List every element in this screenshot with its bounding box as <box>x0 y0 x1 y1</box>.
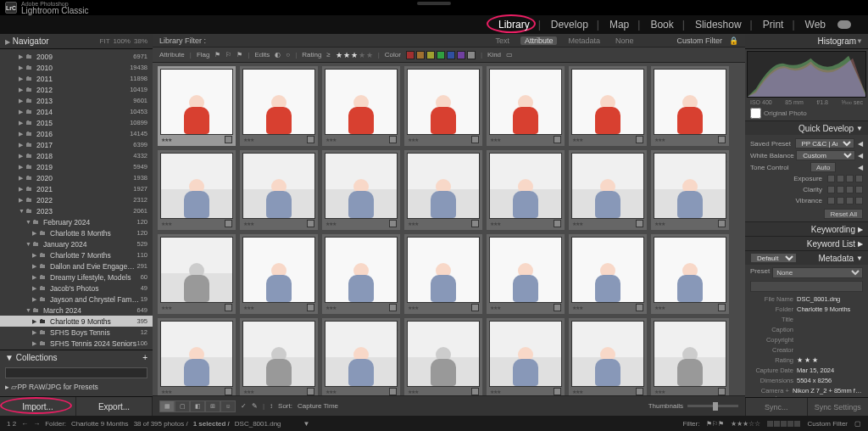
folder-row[interactable]: ▶🖿201510899 <box>0 117 153 128</box>
folder-row[interactable]: ▶🖿20222312 <box>0 194 153 205</box>
painter-icon2[interactable]: ✎ <box>252 402 258 410</box>
thumbnail-cell[interactable]: 21★★★ <box>651 234 729 314</box>
thumbnail-cell[interactable]: 1★★★ <box>158 66 236 146</box>
sync-button[interactable]: Sync... <box>745 398 807 416</box>
folder-row[interactable]: ▶🖿20176399 <box>0 139 153 150</box>
thumbnail-cell[interactable]: 16★★★ <box>240 234 318 314</box>
folder-row[interactable]: ▶🖿20195949 <box>0 161 153 172</box>
thumbnail-cell[interactable]: 23★★★ <box>240 318 318 395</box>
painter-icon[interactable]: ✓ <box>241 402 247 410</box>
cloud-sync-icon[interactable] <box>837 20 851 29</box>
color-label-swatch[interactable] <box>437 51 445 59</box>
thumbnail-cell[interactable]: 9★★★ <box>240 150 318 230</box>
folder-row[interactable]: ▼🖿January 2024529 <box>0 238 153 249</box>
folder-row[interactable]: ▶🖿Charlotte 9 Months395 <box>0 316 153 327</box>
collections-search[interactable] <box>5 367 147 378</box>
kind-icon[interactable]: ▭ <box>506 51 513 59</box>
wb-select[interactable]: Custom <box>796 150 855 160</box>
module-map[interactable]: Map <box>604 19 645 31</box>
thumbnail-cell[interactable]: 18★★★ <box>404 234 482 314</box>
reset-all-button[interactable]: Reset All <box>824 209 863 219</box>
folder-row[interactable]: ▶🖿20139601 <box>0 95 153 106</box>
folder-row[interactable]: ▶🖿201210419 <box>0 84 153 95</box>
filter-tab-metadata[interactable]: Metadata <box>564 36 604 45</box>
folder-tree[interactable]: ▶🖿20096971▶🖿201019438▶🖿201111898▶🖿201210… <box>0 49 153 350</box>
folder-row[interactable]: ▼🖿March 2024649 <box>0 305 153 316</box>
thumbnail-cell[interactable]: 12★★★ <box>487 150 565 230</box>
sort-by[interactable]: Capture Time <box>298 402 338 410</box>
folder-row[interactable]: ▶🖿201019438 <box>0 62 153 73</box>
keywording-header[interactable]: Keywording▶ <box>745 222 868 236</box>
import-button[interactable]: Import... <box>0 397 76 416</box>
navigator-header[interactable]: ▶ Navigator FIT 100% 38% <box>0 34 153 49</box>
thumbnail-cell[interactable]: 11★★★ <box>404 150 482 230</box>
rating-stars[interactable]: ★★★★★ <box>336 51 373 59</box>
thumbnail-cell[interactable]: 10★★★ <box>322 150 400 230</box>
module-web[interactable]: Web <box>800 19 831 31</box>
quick-develop-header[interactable]: Quick Develop▼ <box>745 121 868 135</box>
folder-row[interactable]: ▶🖿Jayson and Chrystel Family 202419 <box>0 294 153 305</box>
color-label-swatch[interactable] <box>447 51 455 59</box>
metadata-search[interactable] <box>750 281 863 292</box>
folder-row[interactable]: ▶🖿20201938 <box>0 172 153 183</box>
folder-row[interactable]: ▶🖿SFHS Tennis 2024 Seniors106 <box>0 338 153 349</box>
flag-rejected-icon[interactable]: ⚑ <box>236 51 242 59</box>
sb-flag-icon[interactable]: ⚑⚐⚑ <box>706 420 724 428</box>
thumbnail-cell[interactable]: 13★★★ <box>569 150 647 230</box>
color-label-swatch[interactable] <box>426 51 435 59</box>
folder-row[interactable]: ▼🖿20232061 <box>0 205 153 216</box>
back-icon[interactable]: ← <box>21 420 28 428</box>
histogram-header[interactable]: Histogram ▼ <box>745 34 868 49</box>
folder-row[interactable]: ▶🖿201410453 <box>0 106 153 117</box>
edits-icon[interactable]: ◐ <box>275 51 281 59</box>
folder-row[interactable]: ▶🖿Dallon and Evie Engagements291 <box>0 260 153 271</box>
module-book[interactable]: Book <box>645 19 689 31</box>
thumbnail-cell[interactable]: 25★★★ <box>404 318 482 395</box>
thumbnail-cell[interactable]: 3★★★ <box>322 66 400 146</box>
color-label-swatch[interactable] <box>406 51 415 59</box>
folder-row[interactable]: ▶🖿201614145 <box>0 128 153 139</box>
forward-icon[interactable]: → <box>33 420 40 428</box>
folder-row[interactable]: ▼🖿February 2024120 <box>0 216 153 227</box>
export-button[interactable]: Export... <box>76 397 153 416</box>
thumbnail-cell[interactable]: 8★★★ <box>158 150 236 230</box>
thumbnail-cell[interactable]: 28★★★ <box>651 318 729 395</box>
color-label-swatch[interactable] <box>416 51 425 59</box>
original-photo-checkbox[interactable] <box>750 108 761 119</box>
thumbnail-grid[interactable]: 1★★★2★★★3★★★4★★★5★★★6★★★7★★★8★★★9★★★10★★… <box>153 63 745 395</box>
unedits-icon[interactable]: ○ <box>286 51 290 59</box>
thumbnail-cell[interactable]: 26★★★ <box>487 318 565 395</box>
filter-tab-text[interactable]: Text <box>491 36 514 45</box>
filter-tab-attribute[interactable]: Attribute <box>520 36 558 45</box>
collections-header[interactable]: ▼ Collections + <box>0 350 153 364</box>
sb-labels[interactable] <box>767 421 800 427</box>
flag-picked-icon[interactable]: ⚑ <box>214 51 220 59</box>
module-library[interactable]: Library <box>493 19 546 31</box>
folder-row[interactable]: ▶🖿SFHS Boys Tennis12 <box>0 327 153 338</box>
histogram[interactable] <box>747 51 866 98</box>
folder-row[interactable]: ▶🖿20184332 <box>0 150 153 161</box>
thumbnail-cell[interactable]: 14★★★ <box>651 150 729 230</box>
thumbnail-size-slider[interactable] <box>687 405 738 407</box>
thumbnail-cell[interactable]: 24★★★ <box>322 318 400 395</box>
thumbnail-cell[interactable]: 6★★★ <box>569 66 647 146</box>
thumbnail-cell[interactable]: 17★★★ <box>322 234 400 314</box>
color-label-swatch[interactable] <box>457 51 465 59</box>
thumbnail-cell[interactable]: 5★★★ <box>487 66 565 146</box>
thumbnail-cell[interactable]: 19★★★ <box>487 234 565 314</box>
sync-settings-button[interactable]: Sync Settings <box>807 398 869 416</box>
folder-row[interactable]: ▶🖿20096971 <box>0 51 153 62</box>
color-labels[interactable] <box>406 51 476 59</box>
metadata-mode-select[interactable]: Default <box>750 253 797 263</box>
keywordlist-header[interactable]: Keyword List▶ <box>745 237 868 250</box>
folder-row[interactable]: ▶🖿Dreamy Lifestyle, Models60 <box>0 271 153 283</box>
metadata-preset-select[interactable]: None <box>772 267 863 278</box>
filter-lock-icon[interactable]: 🔒 <box>729 36 738 45</box>
flag-unflagged-icon[interactable]: ⚐ <box>225 51 231 59</box>
thumbnail-cell[interactable]: 4★★★ <box>404 66 482 146</box>
folder-row[interactable]: ▶🖿Charlotte 8 Months120 <box>0 227 153 238</box>
thumbnail-cell[interactable]: 7★★★ <box>651 66 729 146</box>
view-switcher[interactable]: ▦▢◧⊞☺ <box>159 400 236 412</box>
thumbnail-cell[interactable]: 2★★★ <box>240 66 318 146</box>
folder-row[interactable]: ▶🖿Jacob's Photos49 <box>0 283 153 294</box>
